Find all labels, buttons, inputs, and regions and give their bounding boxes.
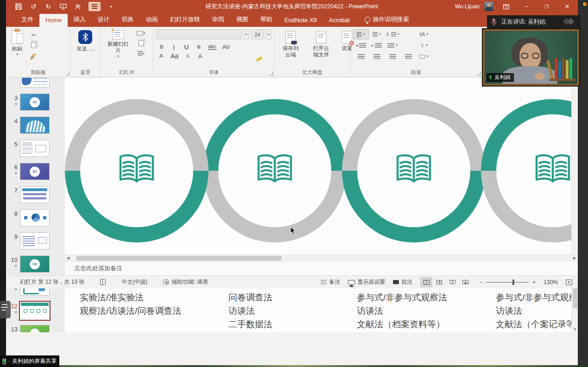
notes-toggle-button[interactable]: 备注	[321, 278, 340, 286]
fit-to-window-icon[interactable]	[566, 280, 572, 285]
decrease-indent-button[interactable]: ◂	[353, 43, 369, 48]
font-name-input[interactable]	[156, 30, 241, 39]
ribbon-tab[interactable]: Acrobat	[323, 14, 356, 27]
close-button[interactable]: ✕	[559, 1, 575, 12]
dialog-launcher-icon[interactable]	[477, 72, 481, 75]
font-size-dropdown-icon[interactable]: ▾	[266, 30, 272, 39]
dialog-launcher-icon[interactable]	[269, 72, 273, 75]
minimize-button[interactable]: –	[518, 1, 534, 12]
slide-thumbnail[interactable]	[20, 209, 50, 226]
ribbon-tab[interactable]: 操作说明搜索	[359, 12, 415, 27]
reset-slide-button[interactable]	[137, 40, 145, 47]
account-avatar[interactable]	[484, 2, 493, 11]
bullet-list-icon[interactable]	[89, 2, 101, 11]
bluetooth-send-button[interactable]: 发送.....	[74, 29, 97, 53]
slide-thumbnail[interactable]: 04	[20, 325, 50, 332]
zoom-slider-thumb[interactable]	[512, 280, 514, 285]
text-direction-button[interactable]: ‖A▾	[416, 31, 432, 37]
font-effect-button[interactable]: Aa	[171, 52, 178, 60]
increase-indent-button[interactable]: ▸	[369, 43, 385, 48]
ribbon-tab[interactable]: 设计	[92, 12, 116, 27]
screen-share-banner[interactable]: 吴利娟的屏幕共享	[0, 355, 59, 367]
slideshow-view-button[interactable]	[459, 277, 471, 287]
spellcheck-button[interactable]	[100, 279, 106, 285]
open-cloud-file-button[interactable]: 打开云端文件	[308, 30, 334, 68]
restore-button[interactable]: ❐	[539, 1, 555, 12]
slide-thumbnail-panel[interactable]: 2 ★ 3 ★	[6, 78, 65, 332]
slide-thumbnail[interactable]	[20, 232, 50, 249]
slide-layout-button[interactable]: ▾	[137, 30, 145, 37]
speaker-video-tile[interactable]: 吴利娟	[482, 28, 580, 87]
zoom-out-button[interactable]: −	[479, 279, 482, 286]
highlight-pen-icon[interactable]	[256, 56, 263, 62]
zoom-in-button[interactable]: +	[532, 279, 536, 286]
font-style-button[interactable]: B	[158, 43, 164, 50]
font-name-dropdown-icon[interactable]: ▾	[243, 30, 249, 39]
accessibility-button[interactable]: 辅助功能: 调查	[163, 278, 208, 286]
ribbon-tab[interactable]: 插入	[68, 12, 92, 27]
add-remove-columns-button[interactable]: ▾	[385, 43, 400, 48]
scroll-left-icon[interactable]: ◀	[65, 255, 71, 261]
ribbon-tab[interactable]: 幻灯片放映	[164, 12, 206, 27]
ribbon-tab[interactable]: Home	[39, 14, 68, 27]
share-person-icon[interactable]	[74, 2, 82, 11]
align-left-button[interactable]	[353, 54, 369, 59]
slide-thumbnail[interactable]	[20, 140, 50, 157]
font-effect-button[interactable]: A	[184, 54, 191, 59]
speaking-indicator-bar[interactable]: 正在讲话: 吴利娟;	[487, 15, 581, 28]
slide-thumbnail[interactable]: 02	[20, 163, 50, 180]
font-effect-button[interactable]: A	[158, 53, 164, 59]
ribbon-tab[interactable]: EndNote X9	[278, 14, 323, 27]
language-button[interactable]: 中文(中国)	[121, 278, 147, 286]
comments-button[interactable]: 批注	[393, 278, 412, 286]
ribbon-display-options-icon[interactable]	[498, 1, 514, 12]
scroll-right-icon[interactable]: ▶	[571, 255, 578, 261]
new-slide-button[interactable]: 新建幻灯片▾	[103, 29, 133, 59]
font-effect-button[interactable]: A	[197, 53, 203, 60]
font-size-input[interactable]: 24	[251, 30, 264, 39]
ribbon-tab[interactable]: 文件	[15, 12, 39, 27]
zoom-level[interactable]: 130%	[544, 279, 558, 286]
ribbon-tab[interactable]: 帮助	[254, 12, 278, 27]
dialog-launcher-icon[interactable]	[65, 72, 69, 75]
copy-button[interactable]	[29, 42, 38, 49]
convert-smartart-button[interactable]: ▾	[416, 55, 432, 59]
slide-thumbnail[interactable]	[20, 78, 50, 87]
redo-icon[interactable]: ↻	[44, 2, 52, 11]
font-style-button[interactable]: U	[183, 44, 190, 50]
align-text-button[interactable]: ⇳▾	[416, 43, 432, 48]
slide-thumbnail[interactable]	[20, 117, 50, 134]
save-to-cloud-button[interactable]: 保存到云端	[278, 30, 303, 68]
ribbon-tab[interactable]: 动画	[140, 12, 164, 27]
line-spacing-button[interactable]: ⇕▾	[385, 32, 400, 37]
cut-button[interactable]: ✂	[29, 31, 38, 38]
account-name[interactable]: Wu Lijuan	[455, 3, 480, 10]
slide-thumbnail[interactable]: 01	[20, 93, 50, 111]
zoom-slider[interactable]	[486, 282, 529, 283]
font-style-button[interactable]: I	[171, 44, 177, 50]
slide-sorter-view-button[interactable]	[433, 277, 445, 287]
align-right-button[interactable]	[385, 54, 400, 59]
font-style-button[interactable]: S	[196, 44, 202, 50]
annotation-toolbar-handle[interactable]	[0, 301, 11, 318]
paste-button[interactable]: 粘贴▾	[9, 29, 25, 57]
ribbon-tab[interactable]: 审阅	[206, 12, 230, 27]
start-slideshow-icon[interactable]	[59, 2, 67, 11]
undo-icon[interactable]: ↺	[29, 2, 38, 11]
display-settings-button[interactable]: 显示器设置	[348, 278, 385, 286]
slide-thumbnail[interactable]	[19, 301, 51, 321]
numbering-button[interactable]: ▾	[369, 32, 385, 37]
format-painter-button[interactable]	[29, 52, 38, 59]
ribbon-tab[interactable]: 视图	[230, 12, 254, 27]
ribbon-tab[interactable]: 切换	[116, 12, 140, 27]
scroll-down-icon[interactable]: ▼	[572, 326, 578, 332]
save-icon[interactable]	[14, 2, 23, 11]
notes-pane[interactable]: 点击此处添加备注	[65, 261, 578, 275]
vertical-scrollbar[interactable]: ▲ ▼	[571, 78, 578, 332]
normal-view-button[interactable]	[420, 277, 432, 287]
slide-thumbnail[interactable]: 03	[20, 255, 50, 273]
qat-dropdown-icon[interactable]: ▾	[107, 2, 115, 11]
horizontal-scroll-thumb[interactable]	[76, 256, 282, 261]
slide-thumbnail[interactable]	[20, 186, 50, 203]
bullets-button[interactable]: ▾	[353, 29, 369, 39]
